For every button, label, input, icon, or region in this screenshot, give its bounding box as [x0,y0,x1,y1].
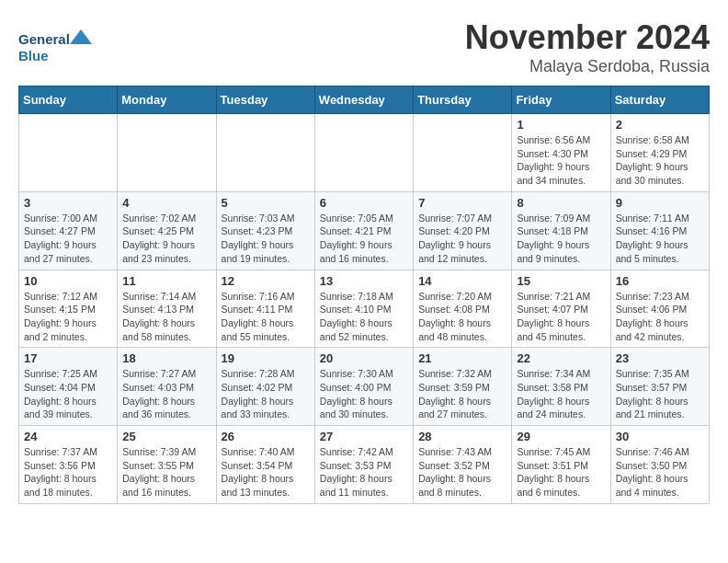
calendar-cell: 10Sunrise: 7:12 AM Sunset: 4:15 PM Dayli… [19,270,118,348]
header-day: Friday [512,86,610,114]
day-number: 18 [122,351,210,365]
day-number: 25 [122,430,210,443]
calendar-cell: 7Sunrise: 7:07 AM Sunset: 4:20 PM Daylig… [414,191,512,270]
calendar-cell: 21Sunrise: 7:32 AM Sunset: 3:59 PM Dayli… [414,348,512,426]
calendar-cell: 5Sunrise: 7:03 AM Sunset: 4:23 PM Daylig… [216,191,314,270]
day-number: 24 [24,430,112,443]
title-block: November 2024 Malaya Serdoba, Russia [465,18,710,76]
calendar-cell: 1Sunrise: 6:56 AM Sunset: 4:30 PM Daylig… [512,114,610,192]
calendar-cell: 20Sunrise: 7:30 AM Sunset: 4:00 PM Dayli… [314,348,413,426]
day-detail: Sunrise: 7:28 AM Sunset: 4:02 PM Dayligh… [222,367,310,421]
day-detail: Sunrise: 6:58 AM Sunset: 4:29 PM Dayligh… [616,133,704,188]
calendar-cell [118,114,216,192]
day-detail: Sunrise: 7:39 AM Sunset: 3:55 PM Dayligh… [122,445,210,500]
day-detail: Sunrise: 7:12 AM Sunset: 4:15 PM Dayligh… [24,290,112,344]
day-number: 1 [517,118,605,132]
calendar-cell: 13Sunrise: 7:18 AM Sunset: 4:10 PM Dayli… [314,270,413,348]
day-detail: Sunrise: 7:14 AM Sunset: 4:13 PM Dayligh… [122,290,210,344]
day-number: 27 [320,430,408,443]
calendar-cell: 18Sunrise: 7:27 AM Sunset: 4:03 PM Dayli… [118,348,216,426]
day-number: 10 [24,274,112,288]
day-number: 14 [418,274,506,288]
day-detail: Sunrise: 7:35 AM Sunset: 3:57 PM Dayligh… [616,367,704,421]
month-year-title: November 2024 [465,18,710,57]
day-detail: Sunrise: 7:05 AM Sunset: 4:21 PM Dayligh… [320,212,408,266]
calendar-cell [314,114,413,192]
day-number: 19 [222,351,310,365]
calendar-cell: 19Sunrise: 7:28 AM Sunset: 4:02 PM Dayli… [216,348,314,426]
day-number: 28 [418,430,506,443]
svg-text:General: General [18,31,70,47]
calendar-cell: 9Sunrise: 7:11 AM Sunset: 4:16 PM Daylig… [610,191,709,270]
calendar-cell: 24Sunrise: 7:37 AM Sunset: 3:56 PM Dayli… [19,426,118,504]
day-detail: Sunrise: 7:09 AM Sunset: 4:18 PM Dayligh… [517,212,605,266]
header-day: Monday [118,86,216,114]
calendar-cell: 14Sunrise: 7:20 AM Sunset: 4:08 PM Dayli… [414,270,512,348]
calendar-cell: 23Sunrise: 7:35 AM Sunset: 3:57 PM Dayli… [610,348,709,426]
calendar-week-row: 3Sunrise: 7:00 AM Sunset: 4:27 PM Daylig… [19,191,710,270]
day-detail: Sunrise: 7:18 AM Sunset: 4:10 PM Dayligh… [320,290,408,344]
calendar-cell: 16Sunrise: 7:23 AM Sunset: 4:06 PM Dayli… [610,270,709,348]
day-detail: Sunrise: 7:21 AM Sunset: 4:07 PM Dayligh… [517,290,605,344]
day-number: 21 [418,351,506,365]
day-number: 20 [320,351,408,365]
day-detail: Sunrise: 7:03 AM Sunset: 4:23 PM Dayligh… [222,212,310,266]
calendar-body: 1Sunrise: 6:56 AM Sunset: 4:30 PM Daylig… [19,114,710,504]
day-number: 4 [122,196,210,210]
day-number: 23 [616,351,704,365]
day-number: 12 [222,274,310,288]
calendar-week-row: 17Sunrise: 7:25 AM Sunset: 4:04 PM Dayli… [19,348,710,426]
day-detail: Sunrise: 7:25 AM Sunset: 4:04 PM Dayligh… [24,367,112,421]
calendar-cell: 12Sunrise: 7:16 AM Sunset: 4:11 PM Dayli… [216,270,314,348]
calendar-header: SundayMondayTuesdayWednesdayThursdayFrid… [19,86,710,114]
calendar-week-row: 24Sunrise: 7:37 AM Sunset: 3:56 PM Dayli… [19,426,710,504]
calendar-cell: 4Sunrise: 7:02 AM Sunset: 4:25 PM Daylig… [118,191,216,270]
calendar-cell [19,114,118,192]
calendar-cell: 3Sunrise: 7:00 AM Sunset: 4:27 PM Daylig… [19,191,118,270]
day-number: 6 [320,196,408,210]
day-detail: Sunrise: 7:20 AM Sunset: 4:08 PM Dayligh… [418,290,506,344]
day-detail: Sunrise: 7:16 AM Sunset: 4:11 PM Dayligh… [222,290,310,344]
calendar-cell: 6Sunrise: 7:05 AM Sunset: 4:21 PM Daylig… [314,191,413,270]
calendar-cell: 30Sunrise: 7:46 AM Sunset: 3:50 PM Dayli… [610,426,709,504]
day-detail: Sunrise: 7:00 AM Sunset: 4:27 PM Dayligh… [24,212,112,266]
calendar-cell: 27Sunrise: 7:42 AM Sunset: 3:53 PM Dayli… [314,426,413,504]
day-detail: Sunrise: 7:23 AM Sunset: 4:06 PM Dayligh… [616,290,704,344]
calendar-cell [216,114,314,192]
day-detail: Sunrise: 7:34 AM Sunset: 3:58 PM Dayligh… [517,367,605,421]
day-number: 11 [122,274,210,288]
header-row: SundayMondayTuesdayWednesdayThursdayFrid… [19,86,710,114]
header-day: Saturday [610,86,709,114]
day-detail: Sunrise: 7:45 AM Sunset: 3:51 PM Dayligh… [517,445,605,500]
day-number: 7 [418,196,506,210]
calendar-cell: 22Sunrise: 7:34 AM Sunset: 3:58 PM Dayli… [512,348,610,426]
day-number: 8 [517,196,605,210]
calendar-week-row: 1Sunrise: 6:56 AM Sunset: 4:30 PM Daylig… [19,114,710,192]
day-number: 26 [222,430,310,443]
calendar-cell: 2Sunrise: 6:58 AM Sunset: 4:29 PM Daylig… [610,114,709,192]
calendar-week-row: 10Sunrise: 7:12 AM Sunset: 4:15 PM Dayli… [19,270,710,348]
calendar-cell: 17Sunrise: 7:25 AM Sunset: 4:04 PM Dayli… [19,348,118,426]
header-day: Tuesday [216,86,314,114]
logo-svg: General Blue [18,28,92,69]
day-number: 9 [616,196,704,210]
day-detail: Sunrise: 7:11 AM Sunset: 4:16 PM Dayligh… [616,212,704,266]
day-number: 17 [24,351,112,365]
calendar-cell [414,114,512,192]
day-number: 5 [222,196,310,210]
day-number: 29 [517,430,605,443]
svg-marker-2 [70,29,92,44]
header-day: Wednesday [314,86,413,114]
day-detail: Sunrise: 7:37 AM Sunset: 3:56 PM Dayligh… [24,445,112,500]
day-detail: Sunrise: 6:56 AM Sunset: 4:30 PM Dayligh… [517,133,605,188]
day-detail: Sunrise: 7:27 AM Sunset: 4:03 PM Dayligh… [122,367,210,421]
calendar-cell: 25Sunrise: 7:39 AM Sunset: 3:55 PM Dayli… [118,426,216,504]
day-number: 3 [24,196,112,210]
calendar-cell: 26Sunrise: 7:40 AM Sunset: 3:54 PM Dayli… [216,426,314,504]
day-number: 13 [320,274,408,288]
day-detail: Sunrise: 7:43 AM Sunset: 3:52 PM Dayligh… [418,445,506,500]
day-detail: Sunrise: 7:07 AM Sunset: 4:20 PM Dayligh… [418,212,506,266]
day-detail: Sunrise: 7:42 AM Sunset: 3:53 PM Dayligh… [320,445,408,500]
calendar-table: SundayMondayTuesdayWednesdayThursdayFrid… [18,86,710,504]
location-subtitle: Malaya Serdoba, Russia [465,57,710,76]
